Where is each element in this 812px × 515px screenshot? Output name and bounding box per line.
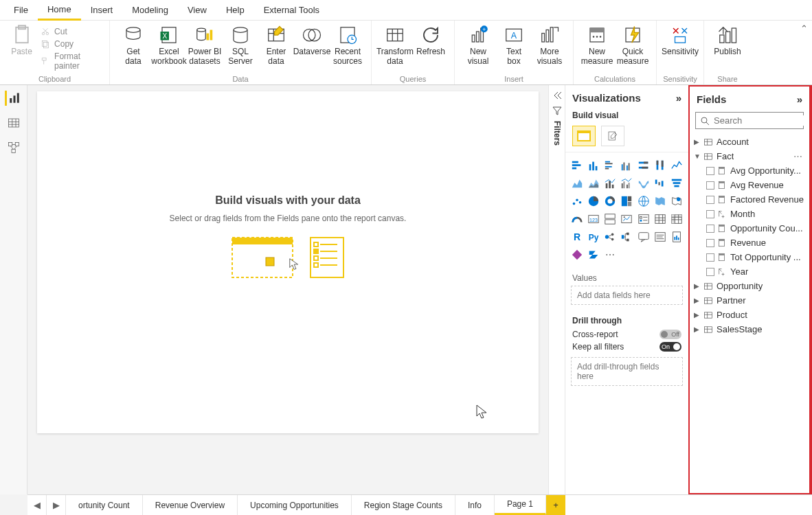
more-visuals-button[interactable]: More visuals [532,23,567,67]
map-icon[interactable] [636,194,651,209]
filters-pane-collapsed[interactable]: Filters [548,85,565,494]
format-painter-button[interactable]: Format painter [38,51,104,71]
field-opportunity-count[interactable]: Opportunity Cou... [691,221,808,236]
field-avg-revenue[interactable]: Avg Revenue [691,178,808,192]
scatter-chart-icon[interactable] [569,194,585,209]
get-data-button[interactable]: Get data [115,23,151,67]
menu-view[interactable]: View [178,0,216,21]
paste-button[interactable]: Paste [5,23,38,57]
field-month[interactable]: Month [691,207,808,221]
field-avg-opportunity[interactable]: Avg Opportunity... [691,163,808,178]
cross-report-toggle[interactable]: Off [659,330,681,339]
tabs-next-button[interactable]: ▶ [47,495,66,515]
fields-search-input[interactable] [714,115,812,126]
table-opportunity[interactable]: ▶Opportunity [691,279,808,293]
kpi-icon[interactable]: ▲ [619,211,634,227]
tab-info[interactable]: Info [455,495,495,515]
card-icon[interactable]: 123 [586,211,601,227]
menu-file[interactable]: File [4,0,38,21]
collapse-visualizations-button[interactable]: » [676,92,681,104]
report-view-button[interactable] [5,91,20,106]
copy-button[interactable]: Copy [38,38,104,49]
area-chart-icon[interactable] [569,176,585,191]
format-visual-tab[interactable] [601,126,624,146]
stacked-area-chart-icon[interactable] [586,176,601,191]
tabs-prev-button[interactable]: ◀ [27,495,47,515]
table-fact[interactable]: ▼Fact⋯ [691,149,808,163]
clustered-column-chart-icon[interactable] [619,158,634,173]
decomposition-tree-icon[interactable] [619,229,634,244]
publish-button[interactable]: Publish [710,23,745,57]
field-tot-opportunity[interactable]: Tot Opportunity ... [691,250,808,264]
qa-visual-icon[interactable] [636,229,651,244]
r-visual-icon[interactable]: R [569,229,585,244]
line-chart-icon[interactable] [669,158,684,173]
menu-insert[interactable]: Insert [81,0,123,21]
donut-chart-icon[interactable] [602,194,618,209]
quick-measure-button[interactable]: Quick measure [615,23,651,67]
slicer-icon[interactable] [636,211,651,227]
new-visual-button[interactable]: +New visual [460,23,496,67]
add-page-button[interactable]: + [546,495,565,515]
funnel-chart-icon[interactable] [669,176,684,191]
model-view-button[interactable] [6,140,21,155]
power-apps-icon[interactable] [569,247,585,262]
cut-button[interactable]: Cut [38,26,104,37]
values-drop-area[interactable]: Add data fields here [571,286,683,305]
tab-opportunity-count[interactable]: ortunity Count [66,495,143,515]
hundred-stacked-bar-icon[interactable] [636,158,651,173]
keep-filters-toggle[interactable]: On [659,342,681,352]
treemap-icon[interactable] [619,194,634,209]
line-stacked-column-icon[interactable] [602,176,618,191]
collapse-ribbon-button[interactable]: ⌃ [800,23,808,34]
data-view-button[interactable] [6,115,21,130]
dataverse-button[interactable]: Dataverse [294,23,330,57]
menu-modeling[interactable]: Modeling [122,0,178,21]
text-box-button[interactable]: AText box [496,23,532,67]
excel-workbook-button[interactable]: XExcel workbook [151,23,187,67]
tab-upcoming-opportunities[interactable]: Upcoming Opportunities [238,495,352,515]
key-influencers-icon[interactable] [602,229,618,244]
menu-external-tools[interactable]: External Tools [254,0,329,21]
expand-filters-icon[interactable] [552,91,562,100]
drill-through-drop-area[interactable]: Add drill-through fields here [571,357,683,386]
line-clustered-column-icon[interactable] [619,176,634,191]
filled-map-icon[interactable] [653,194,668,209]
menu-home[interactable]: Home [38,0,81,21]
table-account[interactable]: ▶Account [691,135,808,149]
collapse-fields-button[interactable]: » [797,93,802,105]
build-visual-tab[interactable] [572,126,596,146]
sql-server-button[interactable]: SQL Server [223,23,258,67]
recent-sources-button[interactable]: Recent sources [330,23,365,67]
refresh-button[interactable]: Refresh [413,23,449,57]
menu-help[interactable]: Help [216,0,254,21]
transform-data-button[interactable]: Transform data [377,23,413,67]
table-salesstage[interactable]: ▶SalesStage [691,322,808,336]
powerbi-datasets-button[interactable]: Power BI datasets [187,23,223,67]
stacked-bar-chart-icon[interactable] [569,158,585,173]
stacked-column-chart-icon[interactable] [586,158,601,173]
fields-search[interactable] [695,112,804,129]
paginated-report-icon[interactable] [669,229,684,244]
gauge-icon[interactable] [569,211,585,227]
waterfall-chart-icon[interactable] [653,176,668,191]
azure-map-icon[interactable] [669,194,684,209]
table-product[interactable]: ▶Product [691,308,808,322]
pie-chart-icon[interactable] [586,194,601,209]
field-year[interactable]: Year [691,264,808,279]
new-measure-button[interactable]: New measure [579,23,615,67]
report-canvas[interactable]: Build visuals with your data Select or d… [37,91,539,433]
table-icon[interactable] [653,211,668,227]
tab-page-1[interactable]: Page 1 [495,495,546,515]
enter-data-button[interactable]: Enter data [258,23,294,67]
field-revenue[interactable]: Revenue [691,236,808,250]
ribbon-chart-icon[interactable] [636,176,651,191]
smart-narrative-icon[interactable] [653,229,668,244]
table-fact-more-icon[interactable]: ⋯ [793,151,805,161]
hundred-stacked-column-icon[interactable] [653,158,668,173]
sensitivity-button[interactable]: Sensitivity [662,23,698,57]
python-visual-icon[interactable]: Py [586,229,601,244]
clustered-bar-chart-icon[interactable] [602,158,618,173]
tab-region-stage-counts[interactable]: Region Stage Counts [352,495,455,515]
matrix-icon[interactable] [669,211,684,227]
